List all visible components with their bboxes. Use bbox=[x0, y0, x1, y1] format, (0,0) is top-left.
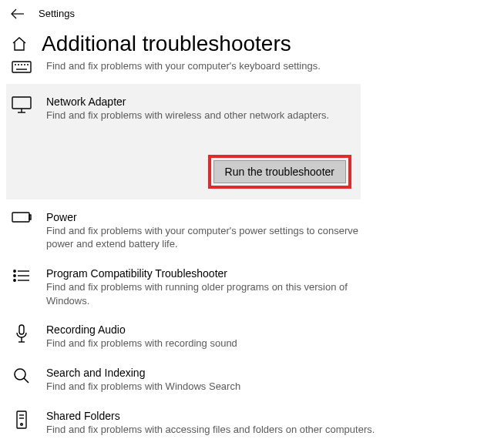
keyboard-icon bbox=[11, 59, 32, 73]
highlight-box: Run the troubleshooter bbox=[208, 155, 351, 189]
microphone-icon bbox=[11, 323, 32, 344]
battery-icon bbox=[11, 210, 32, 223]
svg-point-15 bbox=[14, 275, 15, 276]
home-icon[interactable] bbox=[11, 35, 28, 52]
page-title: Additional troubleshooters bbox=[42, 32, 291, 56]
troubleshooter-item-compatibility[interactable]: Program Compatibility Troubleshooter Fin… bbox=[0, 259, 504, 315]
svg-rect-8 bbox=[12, 97, 31, 109]
item-title: Program Compatibility Troubleshooter bbox=[46, 266, 493, 280]
item-title: Power bbox=[46, 210, 493, 224]
item-desc: Find and fix problems with your computer… bbox=[46, 59, 378, 73]
svg-rect-19 bbox=[19, 325, 24, 334]
svg-line-23 bbox=[24, 378, 29, 383]
item-title: Search and Indexing bbox=[46, 366, 493, 380]
svg-point-13 bbox=[14, 270, 15, 272]
troubleshooter-item-shared-folders[interactable]: Shared Folders Find and fix problems wit… bbox=[0, 401, 504, 439]
window-title: Settings bbox=[39, 8, 75, 19]
svg-point-22 bbox=[15, 369, 25, 380]
item-title: Shared Folders bbox=[46, 409, 493, 423]
svg-point-27 bbox=[21, 423, 23, 425]
svg-rect-12 bbox=[29, 215, 31, 220]
item-title: Network Adapter bbox=[46, 95, 356, 109]
run-troubleshooter-button[interactable]: Run the troubleshooter bbox=[213, 160, 346, 183]
troubleshooter-item-search-indexing[interactable]: Search and Indexing Find and fix problem… bbox=[0, 358, 504, 401]
item-desc: Find and fix problems with Windows Searc… bbox=[46, 380, 378, 394]
search-icon bbox=[11, 366, 32, 384]
item-desc: Find and fix problems with accessing fil… bbox=[46, 423, 378, 437]
troubleshooter-item-recording-audio[interactable]: Recording Audio Find and fix problems wi… bbox=[0, 315, 504, 358]
item-desc: Find and fix problems with recording sou… bbox=[46, 337, 378, 350]
list-icon bbox=[11, 266, 32, 283]
back-button[interactable] bbox=[11, 8, 25, 19]
monitor-icon bbox=[11, 95, 32, 113]
troubleshooter-item-network-adapter[interactable]: Network Adapter Find and fix problems wi… bbox=[6, 84, 361, 199]
svg-rect-11 bbox=[12, 213, 29, 222]
item-title: Recording Audio bbox=[46, 323, 493, 337]
item-desc: Find and fix problems with your computer… bbox=[46, 224, 378, 251]
svg-point-17 bbox=[14, 280, 15, 281]
troubleshooter-item-keyboard[interactable]: Find and fix problems with your computer… bbox=[0, 56, 504, 81]
tower-icon bbox=[11, 409, 32, 431]
troubleshooter-item-power[interactable]: Power Find and fix problems with your co… bbox=[0, 203, 504, 259]
svg-rect-1 bbox=[12, 62, 31, 72]
item-desc: Find and fix problems with wireless and … bbox=[46, 109, 356, 122]
item-desc: Find and fix problems with running older… bbox=[46, 280, 378, 307]
